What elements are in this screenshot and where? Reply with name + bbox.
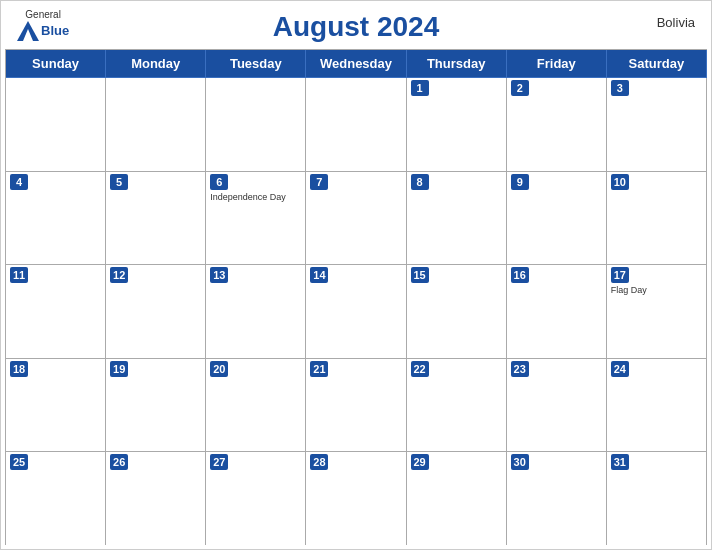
day-header-tuesday: Tuesday — [206, 50, 306, 78]
day-cell: 4 — [6, 172, 106, 265]
week-row-1: 123 — [6, 78, 707, 172]
day-headers-row: SundayMondayTuesdayWednesdayThursdayFrid… — [6, 50, 707, 78]
day-cell: 1 — [407, 78, 507, 171]
day-header-sunday: Sunday — [6, 50, 106, 78]
day-cell — [206, 78, 306, 171]
day-cell: 15 — [407, 265, 507, 358]
calendar-wrapper: General Blue August 2024 Bolivia SundayM… — [0, 0, 712, 550]
logo-general: General — [25, 9, 61, 21]
week-row-4: 18192021222324 — [6, 359, 707, 453]
day-cell: 6Independence Day — [206, 172, 306, 265]
month-title: August 2024 — [273, 11, 440, 43]
day-cell: 3 — [607, 78, 707, 171]
day-number: 6 — [210, 174, 228, 190]
day-number: 28 — [310, 454, 328, 470]
logo-icon — [17, 21, 39, 41]
day-number: 9 — [511, 174, 529, 190]
day-cell: 5 — [106, 172, 206, 265]
day-number: 3 — [611, 80, 629, 96]
day-number: 14 — [310, 267, 328, 283]
day-number: 15 — [411, 267, 429, 283]
day-number: 25 — [10, 454, 28, 470]
day-number: 18 — [10, 361, 28, 377]
day-cell: 28 — [306, 452, 406, 545]
day-header-friday: Friday — [507, 50, 607, 78]
day-cell: 13 — [206, 265, 306, 358]
day-number: 19 — [110, 361, 128, 377]
day-cell: 14 — [306, 265, 406, 358]
day-cell: 23 — [507, 359, 607, 452]
day-cell: 30 — [507, 452, 607, 545]
day-cell: 21 — [306, 359, 406, 452]
logo-blue: Blue — [41, 24, 69, 38]
day-number: 24 — [611, 361, 629, 377]
day-number: 8 — [411, 174, 429, 190]
day-cell: 31 — [607, 452, 707, 545]
day-cell: 17Flag Day — [607, 265, 707, 358]
day-cell: 10 — [607, 172, 707, 265]
day-cell: 26 — [106, 452, 206, 545]
day-number: 17 — [611, 267, 629, 283]
day-number: 27 — [210, 454, 228, 470]
day-number: 1 — [411, 80, 429, 96]
day-cell: 9 — [507, 172, 607, 265]
week-row-2: 456Independence Day78910 — [6, 172, 707, 266]
day-cell: 19 — [106, 359, 206, 452]
day-number: 20 — [210, 361, 228, 377]
day-number: 11 — [10, 267, 28, 283]
day-number: 22 — [411, 361, 429, 377]
day-cell: 20 — [206, 359, 306, 452]
day-header-monday: Monday — [106, 50, 206, 78]
day-number: 31 — [611, 454, 629, 470]
day-number: 5 — [110, 174, 128, 190]
day-cell — [106, 78, 206, 171]
day-cell: 8 — [407, 172, 507, 265]
day-cell: 16 — [507, 265, 607, 358]
day-cell: 2 — [507, 78, 607, 171]
event-label: Independence Day — [210, 192, 301, 203]
week-row-3: 11121314151617Flag Day — [6, 265, 707, 359]
day-number: 7 — [310, 174, 328, 190]
week-row-5: 25262728293031 — [6, 452, 707, 545]
logo: General Blue — [17, 9, 69, 41]
day-number: 26 — [110, 454, 128, 470]
day-cell: 7 — [306, 172, 406, 265]
day-number: 21 — [310, 361, 328, 377]
day-number: 29 — [411, 454, 429, 470]
day-cell: 22 — [407, 359, 507, 452]
day-cell: 24 — [607, 359, 707, 452]
day-number: 2 — [511, 80, 529, 96]
day-number: 23 — [511, 361, 529, 377]
calendar-grid: SundayMondayTuesdayWednesdayThursdayFrid… — [5, 49, 707, 545]
day-number: 10 — [611, 174, 629, 190]
day-number: 16 — [511, 267, 529, 283]
day-number: 30 — [511, 454, 529, 470]
day-header-saturday: Saturday — [607, 50, 707, 78]
day-cell: 29 — [407, 452, 507, 545]
calendar-header: General Blue August 2024 Bolivia — [1, 1, 711, 49]
country-label: Bolivia — [657, 15, 695, 30]
day-cell: 11 — [6, 265, 106, 358]
day-cell: 18 — [6, 359, 106, 452]
day-header-thursday: Thursday — [407, 50, 507, 78]
day-header-wednesday: Wednesday — [306, 50, 406, 78]
day-number: 4 — [10, 174, 28, 190]
day-cell: 27 — [206, 452, 306, 545]
day-cell: 12 — [106, 265, 206, 358]
weeks-container: 123456Independence Day789101112131415161… — [6, 78, 707, 545]
day-cell — [306, 78, 406, 171]
event-label: Flag Day — [611, 285, 702, 296]
day-number: 12 — [110, 267, 128, 283]
day-cell: 25 — [6, 452, 106, 545]
day-cell — [6, 78, 106, 171]
day-number: 13 — [210, 267, 228, 283]
